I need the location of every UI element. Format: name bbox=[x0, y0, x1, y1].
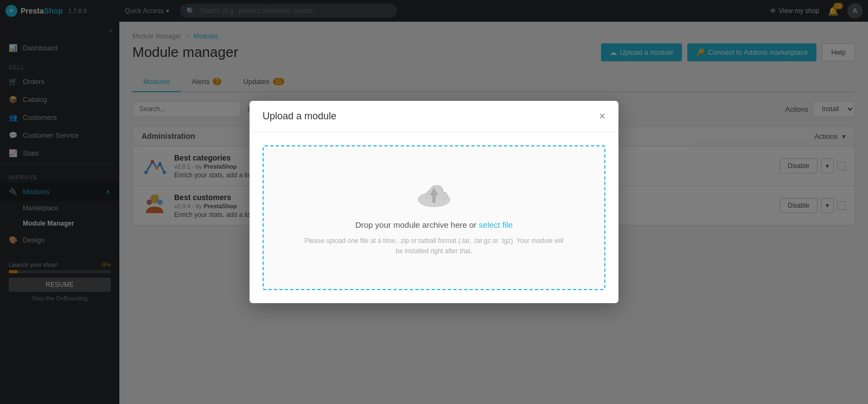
upload-drop-text: Drop your module archive here or select … bbox=[355, 220, 513, 229]
upload-dropzone[interactable]: Drop your module archive here or select … bbox=[263, 145, 605, 290]
select-file-link[interactable]: select file bbox=[479, 220, 513, 229]
modal-title: Upload a module bbox=[263, 111, 336, 122]
modal-header: Upload a module × bbox=[250, 101, 618, 132]
cloud-upload-icon bbox=[415, 179, 453, 209]
modal-overlay[interactable]: Upload a module × Drop your module archi… bbox=[0, 0, 868, 404]
modal-close-button[interactable]: × bbox=[599, 111, 605, 121]
upload-modal: Upload a module × Drop your module archi… bbox=[250, 101, 618, 303]
modal-body: Drop your module archive here or select … bbox=[250, 132, 618, 303]
upload-hint: Please upload one file at a time, .zip o… bbox=[304, 236, 564, 256]
